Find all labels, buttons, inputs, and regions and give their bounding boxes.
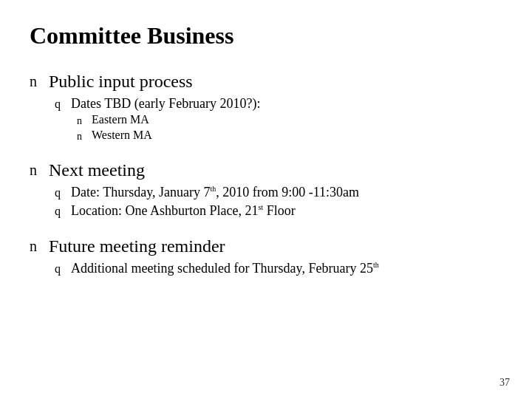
main-item-content-3: Future meeting reminder q Additional mee… [49,236,379,276]
sub-label-date: Date: Thursday, January 7th, 2010 from 9… [71,185,359,200]
sub-label-location: Location: One Ashburton Place, 21st Floo… [71,203,296,219]
main-item-content-1: Public input process q Dates TBD (early … [49,72,261,143]
bullet-q-4: q [55,261,65,276]
main-label-public-input: Public input process [49,72,261,92]
sub-label-dates: Dates TBD (early February 2010?): [71,96,261,111]
bullet-sq-1: n [77,113,86,127]
sub-list-1: q Dates TBD (early February 2010?): n Ea… [49,96,261,143]
slide-title: Committee Business [30,22,502,54]
bullet-n-2: n [30,160,41,179]
bullet-q-1: q [55,96,65,111]
bullet-n-3: n [30,236,41,255]
main-item-next-meeting: n Next meeting q Date: Thursday, January… [30,160,502,219]
bullet-sq-2: n [77,129,86,143]
main-label-future-meeting: Future meeting reminder [49,236,379,256]
sub-sub-item-western: n Western MA [77,129,261,143]
bullet-q-2: q [55,185,65,200]
bullet-n-1: n [30,72,41,90]
content: n Public input process q Dates TBD (earl… [30,72,502,377]
sub-item-date: q Date: Thursday, January 7th, 2010 from… [55,185,359,200]
sub-sub-list: n Eastern MA n Western MA [71,113,261,143]
sub-label-additional: Additional meeting scheduled for Thursda… [71,261,379,276]
sub-item-dates-content: Dates TBD (early February 2010?): n East… [71,96,261,143]
slide: Committee Business n Public input proces… [0,0,532,399]
sub-item-location: q Location: One Ashburton Place, 21st Fl… [55,203,359,219]
sub-list-3: q Additional meeting scheduled for Thurs… [49,261,379,276]
page-number: 37 [499,377,510,389]
main-label-next-meeting: Next meeting [49,160,359,180]
sub-item-dates: q Dates TBD (early February 2010?): n Ea… [55,96,261,143]
bullet-q-3: q [55,203,65,218]
sub-list-2: q Date: Thursday, January 7th, 2010 from… [49,185,359,219]
main-item-public-input: n Public input process q Dates TBD (earl… [30,72,502,143]
main-item-future-meeting: n Future meeting reminder q Additional m… [30,236,502,276]
label-eastern-ma: Eastern MA [92,113,149,126]
main-item-content-2: Next meeting q Date: Thursday, January 7… [49,160,359,219]
sub-sub-item-eastern: n Eastern MA [77,113,261,127]
label-western-ma: Western MA [92,129,152,142]
sub-item-additional: q Additional meeting scheduled for Thurs… [55,261,379,276]
